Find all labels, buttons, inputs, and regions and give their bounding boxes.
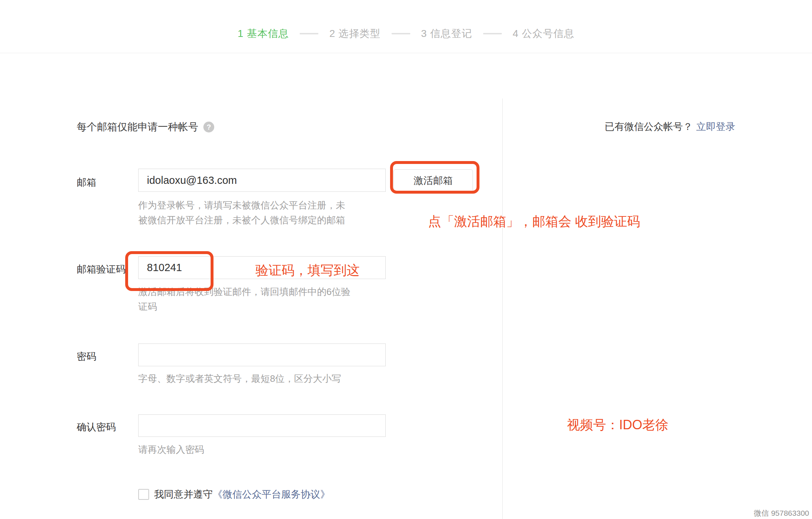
code-helper-line2: 证码 (138, 299, 350, 314)
code-helper-line1: 激活邮箱后将收到验证邮件，请回填邮件中的6位验 (138, 284, 350, 299)
login-prompt: 已有微信公众帐号？ (605, 121, 693, 132)
email-helper: 作为登录帐号，请填写未被微信公众平台注册，未 被微信开放平台注册，未被个人微信号… (138, 198, 345, 228)
login-now-link[interactable]: 立即登录 (696, 121, 735, 132)
annotation-channel-note: 视频号：IDO老徐 (567, 416, 668, 434)
code-label: 邮箱验证码 (77, 263, 126, 276)
step-choose-type: 2 选择类型 (329, 27, 380, 41)
agree-text: 我同意并遵守《微信公众平台服务协议》 (154, 488, 330, 501)
intro-text: 每个邮箱仅能申请一种帐号 (77, 120, 198, 134)
activate-email-button[interactable]: 激活邮箱 (393, 169, 473, 192)
annotation-activate-note: 点「激活邮箱」，邮箱会 收到验证码 (428, 213, 640, 231)
step-separator (483, 33, 502, 34)
confirm-password-helper-line1: 请再次输入密码 (138, 442, 204, 457)
agree-checkbox[interactable] (138, 489, 149, 500)
confirm-password-helper: 请再次输入密码 (138, 442, 204, 457)
service-agreement-link[interactable]: 《微信公众平台服务协议》 (213, 489, 330, 500)
agree-text-label: 我同意并遵守 (154, 489, 213, 500)
email-helper-line1: 作为登录帐号，请填写未被微信公众平台注册，未 (138, 198, 345, 213)
watermark-text: 微信 957863300 (754, 508, 809, 518)
step-basic-info: 1 基本信息 (238, 27, 289, 41)
registration-page: 1 基本信息 2 选择类型 3 信息登记 4 公众号信息 每个邮箱仅能申请一种帐… (0, 0, 812, 519)
column-divider (502, 98, 503, 519)
password-label: 密码 (77, 350, 96, 363)
email-label: 邮箱 (77, 176, 96, 189)
agreement-row: 我同意并遵守《微信公众平台服务协议》 (138, 488, 330, 501)
annotation-code-note: 验证码，填写到这 (255, 262, 360, 279)
step-info-registration: 3 信息登记 (421, 27, 472, 41)
wizard-header: 1 基本信息 2 选择类型 3 信息登记 4 公众号信息 (0, 0, 812, 53)
intro-note: 每个邮箱仅能申请一种帐号 ? (77, 120, 214, 134)
step-indicator: 1 基本信息 2 选择类型 3 信息登记 4 公众号信息 (0, 27, 812, 41)
help-question-icon[interactable]: ? (203, 122, 214, 132)
step-account-info: 4 公众号信息 (513, 27, 574, 41)
login-row: 已有微信公众帐号？立即登录 (605, 120, 735, 133)
step-separator (300, 33, 318, 34)
email-input[interactable] (138, 169, 386, 192)
email-helper-line2: 被微信开放平台注册，未被个人微信号绑定的邮箱 (138, 213, 345, 228)
confirm-password-label: 确认密码 (77, 421, 116, 434)
password-input[interactable] (138, 343, 386, 366)
password-helper-line1: 字母、数字或者英文符号，最短8位，区分大小写 (138, 371, 341, 386)
confirm-password-input[interactable] (138, 414, 386, 437)
code-helper: 激活邮箱后将收到验证邮件，请回填邮件中的6位验 证码 (138, 284, 350, 314)
step-separator (392, 33, 410, 34)
password-helper: 字母、数字或者英文符号，最短8位，区分大小写 (138, 371, 341, 386)
